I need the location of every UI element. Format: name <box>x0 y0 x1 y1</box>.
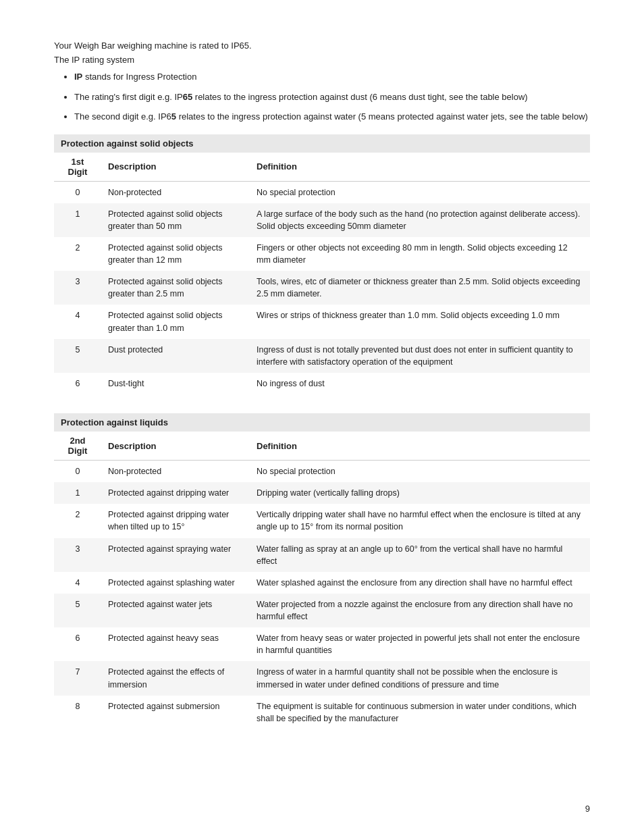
liquid-col3-header: Definition <box>250 432 590 461</box>
desc-cell: Protected against splashing water <box>101 572 250 594</box>
table-row: 4 Protected against splashing water Wate… <box>54 572 590 594</box>
bullet-item-1: IP stands for Ingress Protection <box>74 70 590 84</box>
desc-cell: Protected against dripping water when ti… <box>101 504 250 538</box>
desc-cell: Protected against solid objects greater … <box>101 237 250 271</box>
digit-cell: 1 <box>54 482 101 504</box>
def-cell: Water falling as spray at an angle up to… <box>250 538 590 572</box>
table-row: 0 Non-protected No special protection <box>54 181 590 203</box>
desc-cell: Non-protected <box>101 461 250 483</box>
table-row: 5 Protected against water jets Water pro… <box>54 594 590 627</box>
def-cell: No ingress of dust <box>250 373 590 394</box>
def-cell: Ingress of water in a harmful quantity s… <box>250 661 590 695</box>
table-row: 4 Protected against solid objects greate… <box>54 305 590 338</box>
solid-col2-header: Description <box>101 153 250 182</box>
def-cell: No special protection <box>250 461 590 483</box>
table-row: 8 Protected against submersion The equip… <box>54 696 590 729</box>
desc-cell: Protected against the effects of immersi… <box>101 661 250 695</box>
digit-cell: 2 <box>54 504 101 538</box>
def-cell: Tools, wires, etc of diameter or thickne… <box>250 271 590 305</box>
solid-section-header: Protection against solid objects <box>54 134 590 153</box>
def-cell: Water splashed against the enclosure fro… <box>250 572 590 594</box>
desc-cell: Protected against solid objects greater … <box>101 305 250 338</box>
bullet-item-2: The rating's first digit e.g. IP65 relat… <box>74 90 590 104</box>
table-row: 2 Protected against dripping water when … <box>54 504 590 538</box>
digit-cell: 8 <box>54 696 101 729</box>
solid-col1-header: 1st Digit <box>54 153 101 182</box>
desc-cell: Dust-tight <box>101 373 250 394</box>
liquid-col2-header: Description <box>101 432 250 461</box>
liquid-section-header-row: Protection against liquids <box>54 413 590 432</box>
intro-line1: Your Weigh Bar weighing machine is rated… <box>54 41 590 51</box>
desc-cell: Protected against heavy seas <box>101 627 250 661</box>
solid-col3-header: Definition <box>250 153 590 182</box>
def-cell: Fingers or other objects not exceeding 8… <box>250 237 590 271</box>
table-row: 5 Dust protected Ingress of dust is not … <box>54 339 590 373</box>
bullet-item-3: The second digit e.g. IP65 relates to th… <box>74 110 590 124</box>
def-cell: Ingress of dust is not totally prevented… <box>250 339 590 373</box>
page-number: 9 <box>585 804 590 814</box>
digit-cell: 2 <box>54 237 101 271</box>
table-row: 2 Protected against solid objects greate… <box>54 237 590 271</box>
digit-cell: 1 <box>54 203 101 237</box>
digit-cell: 3 <box>54 538 101 572</box>
digit-cell: 0 <box>54 461 101 483</box>
digit-cell: 7 <box>54 661 101 695</box>
table-row: 6 Dust-tight No ingress of dust <box>54 373 590 394</box>
liquid-col-header-row: 2nd Digit Description Definition <box>54 432 590 461</box>
solid-objects-table: Protection against solid objects 1st Dig… <box>54 134 590 395</box>
table-row: 3 Protected against solid objects greate… <box>54 271 590 305</box>
digit-cell: 4 <box>54 305 101 338</box>
def-cell: The equipment is suitable for continuous… <box>250 696 590 729</box>
digit-cell: 5 <box>54 339 101 373</box>
digit-cell: 5 <box>54 594 101 627</box>
desc-cell: Protected against dripping water <box>101 482 250 504</box>
def-cell: Wires or strips of thickness greater tha… <box>250 305 590 338</box>
solid-col-header-row: 1st Digit Description Definition <box>54 153 590 182</box>
digit-cell: 6 <box>54 627 101 661</box>
liquid-col1-header: 2nd Digit <box>54 432 101 461</box>
def-cell: Water from heavy seas or water projected… <box>250 627 590 661</box>
digit-cell: 4 <box>54 572 101 594</box>
desc-cell: Protected against solid objects greater … <box>101 203 250 237</box>
desc-cell: Protected against solid objects greater … <box>101 271 250 305</box>
solid-section-header-row: Protection against solid objects <box>54 134 590 153</box>
table-row: 1 Protected against dripping water Dripp… <box>54 482 590 504</box>
table-row: 0 Non-protected No special protection <box>54 461 590 483</box>
desc-cell: Protected against water jets <box>101 594 250 627</box>
table-row: 7 Protected against the effects of immer… <box>54 661 590 695</box>
def-cell: Dripping water (vertically falling drops… <box>250 482 590 504</box>
bullet-list: IP stands for Ingress Protection The rat… <box>74 70 590 124</box>
def-cell: Vertically dripping water shall have no … <box>250 504 590 538</box>
def-cell: No special protection <box>250 181 590 203</box>
digit-cell: 3 <box>54 271 101 305</box>
def-cell: A large surface of the body such as the … <box>250 203 590 237</box>
digit-cell: 0 <box>54 181 101 203</box>
table-row: 1 Protected against solid objects greate… <box>54 203 590 237</box>
digit-cell: 6 <box>54 373 101 394</box>
table-row: 6 Protected against heavy seas Water fro… <box>54 627 590 661</box>
table-row: 3 Protected against spraying water Water… <box>54 538 590 572</box>
desc-cell: Dust protected <box>101 339 250 373</box>
def-cell: Water projected from a nozzle against th… <box>250 594 590 627</box>
liquid-section-header: Protection against liquids <box>54 413 590 432</box>
desc-cell: Protected against spraying water <box>101 538 250 572</box>
desc-cell: Non-protected <box>101 181 250 203</box>
liquids-table: Protection against liquids 2nd Digit Des… <box>54 413 590 729</box>
desc-cell: Protected against submersion <box>101 696 250 729</box>
intro-line2: The IP rating system <box>54 55 590 65</box>
